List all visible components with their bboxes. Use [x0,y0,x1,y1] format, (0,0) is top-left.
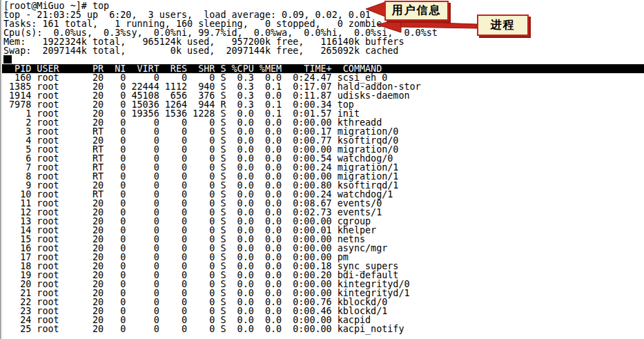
terminal-cursor [3,55,12,64]
window-border-dark [0,0,1,339]
callout-process: 进程 [477,14,529,36]
callout-user-info-label: 用户信息 [392,3,442,18]
process-row: 25 root 20 0 0 0 0 S 0.0 0.0 0:00.00 kac… [2,325,644,333]
callout-process-label: 进程 [491,18,516,32]
process-table-rows: 160 root 20 0 0 0 0 S 0.3 0.0 0:24.47 sc… [2,73,644,333]
terminal[interactable]: [root@MiGuo ~]# top top - 21:03:25 up 6:… [2,1,644,333]
top-swap-line: Swap: 2097144k total, 0k used, 2097144k … [2,46,644,55]
callout-user-info: 用户信息 [384,1,449,21]
